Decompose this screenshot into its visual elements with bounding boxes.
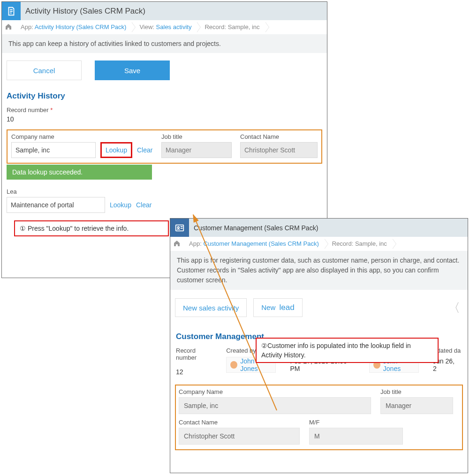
- lead-input[interactable]: [7, 197, 105, 213]
- annotation-step-1: ① Press "Lookup" to retrieve the info.: [14, 220, 169, 236]
- avatar-icon: [230, 361, 237, 369]
- lookup-result-group: Company name Lookup Clear Job title Cont…: [7, 129, 322, 164]
- home-icon[interactable]: [5, 23, 14, 32]
- company-name-value: Sample, inc: [179, 397, 371, 414]
- new-sales-activity-button[interactable]: New sales activity: [175, 298, 247, 317]
- app-description: This app can keep a history of activitie…: [2, 34, 327, 53]
- record-number-label: Record number *: [7, 106, 322, 113]
- clear-link[interactable]: Clear: [137, 146, 152, 154]
- app-description: This app is for registering customer dat…: [170, 251, 468, 290]
- customer-data-group: Company Name Sample, inc Job title Manag…: [175, 385, 463, 450]
- company-name-label: Company Name: [179, 388, 371, 395]
- contact-name-value: Christopher Scott: [179, 428, 300, 445]
- save-button[interactable]: Save: [95, 60, 170, 80]
- action-row: Cancel Save: [2, 53, 327, 83]
- home-icon[interactable]: [173, 240, 182, 249]
- titlebar: Customer Management (Sales CRM Pack): [170, 219, 468, 237]
- lead-label: Lea: [7, 188, 322, 195]
- section-heading: Activity History: [2, 83, 327, 103]
- record-number-label: Record number: [176, 347, 216, 361]
- company-name-input[interactable]: [11, 142, 96, 158]
- mf-label: M/F: [309, 419, 403, 426]
- breadcrumb-record: Record: Sample, inc: [326, 238, 394, 250]
- breadcrumb: App: Activity History (Sales CRM Pack) V…: [2, 20, 327, 34]
- breadcrumb-view[interactable]: View: Sales activity: [133, 21, 198, 33]
- record-number-value: 10: [7, 115, 322, 123]
- mf-value: M: [309, 428, 403, 445]
- document-edit-icon: [2, 2, 21, 20]
- contact-card-icon: [170, 219, 189, 237]
- lookup-success-banner: Data lookup succeeded.: [7, 165, 152, 180]
- record-number-value: 12: [176, 364, 216, 380]
- breadcrumb-app[interactable]: App: Customer Management (Sales CRM Pack…: [182, 238, 326, 250]
- breadcrumb: App: Customer Management (Sales CRM Pack…: [170, 237, 468, 251]
- contact-name-field: [240, 142, 318, 158]
- job-title-label: Job title: [380, 388, 453, 395]
- job-title-field: [161, 142, 232, 158]
- breadcrumb-record: Record: Sample, inc: [198, 21, 266, 33]
- lead-lookup-link[interactable]: Lookup: [110, 201, 131, 209]
- app-title: Activity History (Sales CRM Pack): [25, 7, 145, 16]
- job-title-value: Manager: [380, 397, 453, 414]
- contact-name-label: Contact Name: [179, 419, 300, 426]
- chevron-left-icon[interactable]: 〈: [448, 300, 463, 316]
- svg-point-1: [177, 227, 179, 228]
- titlebar: Activity History (Sales CRM Pack): [2, 2, 327, 20]
- lookup-button[interactable]: Lookup: [100, 142, 132, 158]
- action-row: New sales activity New lead 〈: [170, 290, 468, 324]
- contact-name-label: Contact Name: [240, 133, 318, 140]
- job-title-label: Job title: [161, 133, 232, 140]
- app-title: Customer Management (Sales CRM Pack): [194, 224, 318, 232]
- annotation-step-2: ②Customer info is populated into the loo…: [256, 338, 439, 363]
- lead-clear-link[interactable]: Clear: [136, 201, 152, 209]
- company-name-label: Company name: [11, 133, 153, 140]
- breadcrumb-app[interactable]: App: Activity History (Sales CRM Pack): [14, 21, 133, 33]
- cancel-button[interactable]: Cancel: [7, 60, 82, 80]
- new-lead-button[interactable]: New lead: [253, 298, 303, 317]
